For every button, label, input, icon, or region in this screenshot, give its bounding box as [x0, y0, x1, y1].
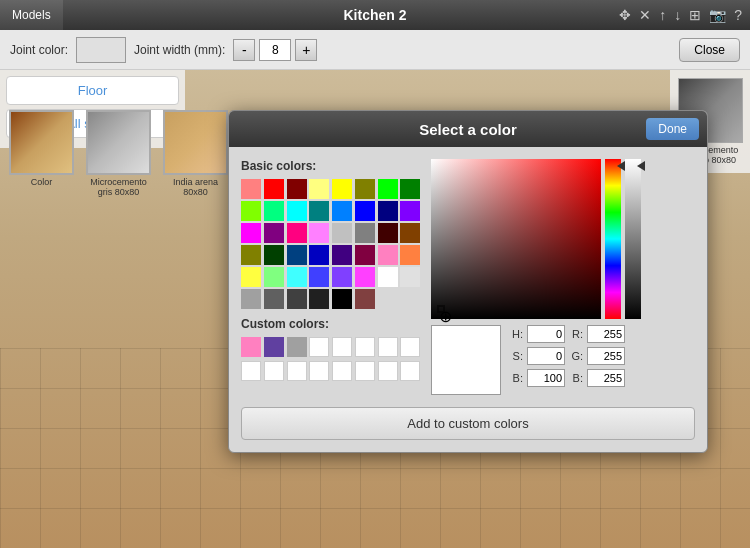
- tile-color[interactable]: Color: [4, 110, 79, 197]
- basic-color-cell-20[interactable]: [332, 223, 352, 243]
- tile-color-label: Color: [31, 177, 53, 187]
- basic-color-cell-23[interactable]: [400, 223, 420, 243]
- basic-color-cell-39[interactable]: [400, 267, 420, 287]
- help-icon[interactable]: ?: [734, 7, 742, 23]
- custom-cell-4[interactable]: [332, 337, 352, 357]
- basic-color-cell-29[interactable]: [355, 245, 375, 265]
- custom-cell-3[interactable]: [309, 337, 329, 357]
- color-gradient[interactable]: ⊕: [431, 159, 601, 319]
- basic-color-cell-4[interactable]: [332, 179, 352, 199]
- basic-color-cell-11[interactable]: [309, 201, 329, 221]
- custom-cell-0[interactable]: [241, 337, 261, 357]
- basic-color-cell-31[interactable]: [400, 245, 420, 265]
- custom-cell-13[interactable]: [355, 361, 375, 381]
- custom-cell-1[interactable]: [264, 337, 284, 357]
- brightness-bar[interactable]: [625, 159, 641, 319]
- custom-cell-5[interactable]: [355, 337, 375, 357]
- basic-color-cell-15[interactable]: [400, 201, 420, 221]
- tile-microcemento-label: Microcementogris 80x80: [90, 177, 147, 197]
- h-input[interactable]: [527, 325, 565, 343]
- basic-color-cell-34[interactable]: [287, 267, 307, 287]
- basic-color-cell-43[interactable]: [309, 289, 329, 309]
- scissors-icon[interactable]: ✕: [639, 7, 651, 23]
- custom-cell-9[interactable]: [264, 361, 284, 381]
- basic-color-cell-17[interactable]: [264, 223, 284, 243]
- toolbar: Joint color: Joint width (mm): - + Close: [0, 30, 750, 70]
- basic-color-cell-10[interactable]: [287, 201, 307, 221]
- custom-cell-11[interactable]: [309, 361, 329, 381]
- basic-color-cell-28[interactable]: [332, 245, 352, 265]
- gradient-dark-overlay: [431, 159, 601, 319]
- tile-microcemento-img: [86, 110, 151, 175]
- custom-cell-2[interactable]: [287, 337, 307, 357]
- basic-color-cell-18[interactable]: [287, 223, 307, 243]
- basic-color-cell-2[interactable]: [287, 179, 307, 199]
- b-rgb-input[interactable]: [587, 369, 625, 387]
- r-input[interactable]: [587, 325, 625, 343]
- up-icon[interactable]: ↑: [659, 7, 666, 23]
- basic-color-cell-14[interactable]: [378, 201, 398, 221]
- basic-color-cell-25[interactable]: [264, 245, 284, 265]
- dialog-header: Select a color Done: [229, 111, 707, 147]
- basic-color-cell-16[interactable]: [241, 223, 261, 243]
- custom-cell-14[interactable]: [378, 361, 398, 381]
- tile-microcemento[interactable]: Microcementogris 80x80: [81, 110, 156, 197]
- joint-color-swatch[interactable]: [76, 37, 126, 63]
- basic-color-cell-1[interactable]: [264, 179, 284, 199]
- basic-color-cell-5[interactable]: [355, 179, 375, 199]
- basic-color-cell-0[interactable]: [241, 179, 261, 199]
- basic-color-cell-9[interactable]: [264, 201, 284, 221]
- done-button[interactable]: Done: [646, 118, 699, 140]
- basic-color-cell-3[interactable]: [309, 179, 329, 199]
- custom-cell-6[interactable]: [378, 337, 398, 357]
- tile-row: Color Microcementogris 80x80 India arena…: [2, 108, 235, 199]
- s-input[interactable]: [527, 347, 565, 365]
- b-hsb-input[interactable]: [527, 369, 565, 387]
- basic-color-cell-30[interactable]: [378, 245, 398, 265]
- basic-color-cell-44[interactable]: [332, 289, 352, 309]
- basic-color-cell-7[interactable]: [400, 179, 420, 199]
- models-button[interactable]: Models: [0, 0, 63, 30]
- basic-color-cell-24[interactable]: [241, 245, 261, 265]
- hue-bar[interactable]: [605, 159, 621, 319]
- move-icon[interactable]: ✥: [619, 7, 631, 23]
- basic-color-cell-21[interactable]: [355, 223, 375, 243]
- joint-width-plus[interactable]: +: [295, 39, 317, 61]
- basic-color-cell-12[interactable]: [332, 201, 352, 221]
- grid-icon[interactable]: ⊞: [689, 7, 701, 23]
- custom-cell-15[interactable]: [400, 361, 420, 381]
- basic-color-cell-26[interactable]: [287, 245, 307, 265]
- custom-cell-8[interactable]: [241, 361, 261, 381]
- basic-color-cell-6[interactable]: [378, 179, 398, 199]
- close-button[interactable]: Close: [679, 38, 740, 62]
- floor-button[interactable]: Floor: [6, 76, 179, 105]
- basic-color-cell-32[interactable]: [241, 267, 261, 287]
- basic-color-cell-33[interactable]: [264, 267, 284, 287]
- joint-width-minus[interactable]: -: [233, 39, 255, 61]
- g-label: G:: [569, 350, 583, 362]
- tile-india[interactable]: India arena80x80: [158, 110, 233, 197]
- basic-color-cell-42[interactable]: [287, 289, 307, 309]
- basic-color-cell-19[interactable]: [309, 223, 329, 243]
- g-input[interactable]: [587, 347, 625, 365]
- custom-cell-7[interactable]: [400, 337, 420, 357]
- basic-color-cell-13[interactable]: [355, 201, 375, 221]
- basic-color-cell-36[interactable]: [332, 267, 352, 287]
- add-custom-colors-button[interactable]: Add to custom colors: [241, 407, 695, 440]
- basic-color-cell-22[interactable]: [378, 223, 398, 243]
- joint-width-label: Joint width (mm):: [134, 43, 225, 57]
- custom-cell-12[interactable]: [332, 361, 352, 381]
- basic-color-cell-40[interactable]: [241, 289, 261, 309]
- basic-color-cell-37[interactable]: [355, 267, 375, 287]
- basic-color-cell-27[interactable]: [309, 245, 329, 265]
- basic-color-cell-8[interactable]: [241, 201, 261, 221]
- joint-width-input[interactable]: [259, 39, 291, 61]
- basic-color-cell-35[interactable]: [309, 267, 329, 287]
- basic-color-cell-41[interactable]: [264, 289, 284, 309]
- down-icon[interactable]: ↓: [674, 7, 681, 23]
- camera-icon[interactable]: 📷: [709, 7, 726, 23]
- basic-color-cell-38[interactable]: [378, 267, 398, 287]
- basic-color-cell-45[interactable]: [355, 289, 375, 309]
- custom-cell-10[interactable]: [287, 361, 307, 381]
- title-icons: ✥ ✕ ↑ ↓ ⊞ 📷 ?: [619, 7, 742, 23]
